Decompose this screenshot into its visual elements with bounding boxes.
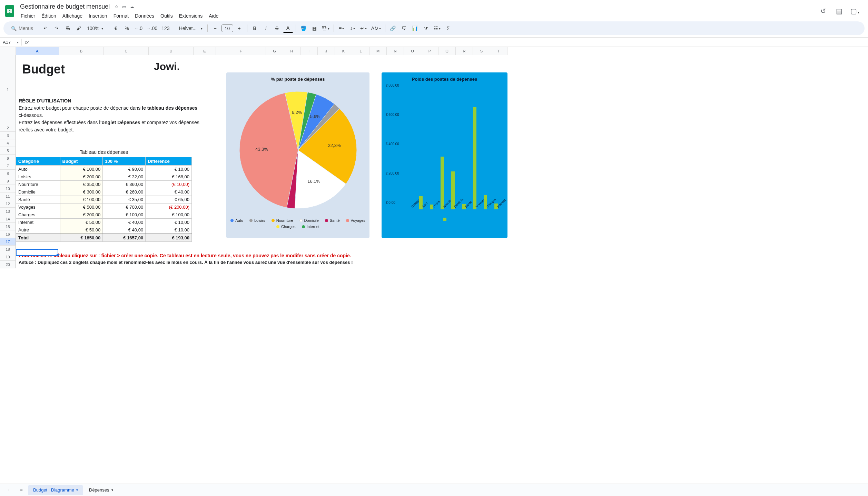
table-row[interactable]: Voyages€ 500,00€ 700,00(€ 200,00)	[16, 204, 192, 211]
row-header-18[interactable]: 18	[0, 246, 16, 253]
strike-button[interactable]: S	[272, 23, 282, 33]
table-row[interactable]: Autre€ 50,00€ 40,00€ 10,00	[16, 226, 192, 234]
paint-format-button[interactable]: 🖌	[74, 23, 83, 33]
row-header-5[interactable]: 5	[0, 147, 16, 155]
col-header-R[interactable]: R	[456, 47, 473, 55]
merge-button[interactable]: ⿻▾	[321, 23, 331, 33]
menu-aide[interactable]: Aide	[206, 12, 221, 20]
row-header-15[interactable]: 15	[0, 223, 16, 230]
row-header-12[interactable]: 12	[0, 200, 16, 208]
wrap-button[interactable]: ↵▾	[359, 23, 368, 33]
table-row[interactable]: Loisirs€ 200,00€ 32,00€ 168,00	[16, 173, 192, 181]
expense-table[interactable]: CatégorieBudget100 %Différence Auto€ 100…	[16, 157, 192, 242]
star-icon[interactable]: ☆	[115, 4, 119, 9]
history-icon[interactable]: ↺	[818, 7, 828, 15]
undo-button[interactable]: ↶	[41, 23, 50, 33]
menu-search[interactable]: 🔍	[8, 23, 39, 33]
menu-edition[interactable]: Édition	[39, 12, 59, 20]
col-header-G[interactable]: G	[266, 47, 283, 55]
table-row[interactable]: Nourriture€ 350,00€ 360,00(€ 10,00)	[16, 181, 192, 188]
row-header-16[interactable]: 16	[0, 230, 16, 238]
row-header-10[interactable]: 10	[0, 185, 16, 192]
col-header-F[interactable]: F	[216, 47, 266, 55]
col-header-H[interactable]: H	[283, 47, 300, 55]
spreadsheet-grid[interactable]: ABCDEFGHIJKLMNOPQRST 1234567891011121314…	[0, 47, 868, 484]
col-header-S[interactable]: S	[473, 47, 490, 55]
app-logo[interactable]	[3, 4, 17, 18]
comment-button[interactable]: 🗨	[399, 23, 409, 33]
document-title[interactable]: Gestionnaire de budget mensuel	[18, 2, 112, 11]
italic-button[interactable]: I	[261, 23, 271, 33]
zoom-select[interactable]: 100%▾	[85, 23, 105, 33]
percent-button[interactable]: %	[122, 23, 132, 33]
col-header-D[interactable]: D	[149, 47, 194, 55]
meet-icon[interactable]: ▢▾	[850, 7, 860, 15]
comments-icon[interactable]: ▤	[834, 7, 844, 15]
col-header-Q[interactable]: Q	[438, 47, 456, 55]
row-header-19[interactable]: 19	[0, 253, 16, 261]
print-button[interactable]: 🖶	[63, 23, 72, 33]
row-header-1[interactable]: 1	[0, 55, 16, 124]
row-header-2[interactable]: 2	[0, 124, 16, 132]
selected-cell[interactable]	[16, 249, 58, 256]
valign-button[interactable]: ↕▾	[348, 23, 357, 33]
decrease-decimal-button[interactable]: ←.0	[133, 23, 144, 33]
menu-outils[interactable]: Outils	[158, 12, 176, 20]
row-header-3[interactable]: 3	[0, 132, 16, 139]
currency-button[interactable]: €	[111, 23, 121, 33]
col-header-P[interactable]: P	[421, 47, 438, 55]
row-header-4[interactable]: 4	[0, 139, 16, 147]
filter-button[interactable]: ⧩	[421, 23, 431, 33]
filter-views-button[interactable]: ☷▾	[432, 23, 442, 33]
bold-button[interactable]: B	[250, 23, 260, 33]
row-header-9[interactable]: 9	[0, 177, 16, 185]
move-icon[interactable]: ▭	[122, 4, 126, 9]
menu-affichage[interactable]: Affichage	[60, 12, 85, 20]
col-header-I[interactable]: I	[300, 47, 318, 55]
link-button[interactable]: 🔗	[388, 23, 398, 33]
col-header-T[interactable]: T	[490, 47, 507, 55]
row-header-13[interactable]: 13	[0, 208, 16, 215]
increase-font-button[interactable]: +	[235, 23, 244, 33]
font-select[interactable]: Helvet...▾	[177, 23, 205, 33]
row-header-14[interactable]: 14	[0, 215, 16, 223]
rotate-button[interactable]: A↻▾	[370, 23, 382, 33]
pie-chart[interactable]: % par poste de dépenses 5,6%22,3%16,1%43…	[226, 72, 369, 238]
row-header-17[interactable]: 17	[0, 238, 16, 246]
row-header-11[interactable]: 11	[0, 192, 16, 200]
table-row[interactable]: Internet€ 50,00€ 40,00€ 10,00	[16, 219, 192, 226]
row-header-6[interactable]: 6	[0, 155, 16, 162]
table-row[interactable]: Santé€ 100,00€ 35,00€ 65,00	[16, 196, 192, 204]
increase-decimal-button[interactable]: →.00	[145, 23, 159, 33]
table-row[interactable]: Charges€ 200,00€ 100,00€ 100,00	[16, 211, 192, 219]
menu-extensions[interactable]: Extensions	[176, 12, 205, 20]
redo-button[interactable]: ↷	[52, 23, 61, 33]
decrease-font-button[interactable]: −	[210, 23, 220, 33]
functions-button[interactable]: Σ	[443, 23, 453, 33]
col-header-N[interactable]: N	[387, 47, 404, 55]
select-all-corner[interactable]	[0, 47, 16, 55]
table-row[interactable]: Auto€ 100,00€ 90,00€ 10,00	[16, 166, 192, 173]
formula-input[interactable]	[32, 40, 868, 45]
table-row[interactable]: Domicile€ 300,00€ 260,00€ 40,00	[16, 188, 192, 196]
fill-color-button[interactable]: 🪣	[299, 23, 308, 33]
col-header-O[interactable]: O	[404, 47, 421, 55]
row-header-20[interactable]: 20	[0, 261, 16, 268]
text-color-button[interactable]: A	[283, 23, 293, 33]
format-123-button[interactable]: 123	[160, 23, 171, 33]
col-header-A[interactable]: A	[16, 47, 59, 55]
menu-format[interactable]: Format	[111, 12, 131, 20]
col-header-C[interactable]: C	[104, 47, 149, 55]
col-header-B[interactable]: B	[59, 47, 104, 55]
cloud-icon[interactable]: ☁	[130, 4, 134, 9]
col-header-E[interactable]: E	[194, 47, 216, 55]
col-header-M[interactable]: M	[369, 47, 387, 55]
halign-button[interactable]: ≡▾	[337, 23, 346, 33]
col-header-K[interactable]: K	[335, 47, 352, 55]
col-header-L[interactable]: L	[352, 47, 369, 55]
menu-fichier[interactable]: Fichier	[18, 12, 38, 20]
chart-button[interactable]: 📊	[410, 23, 420, 33]
borders-button[interactable]: ▦	[310, 23, 319, 33]
menu-donnees[interactable]: Données	[132, 12, 157, 20]
col-header-J[interactable]: J	[318, 47, 335, 55]
